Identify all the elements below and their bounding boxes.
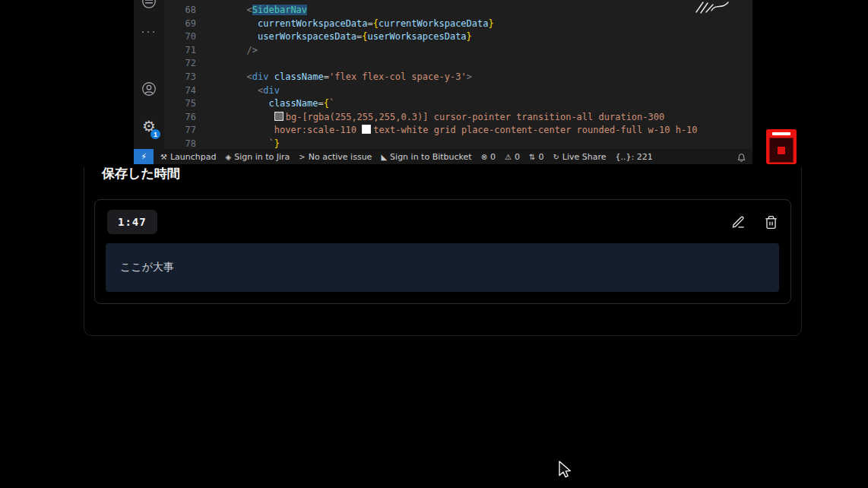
logo-square — [778, 147, 785, 154]
line-content — [196, 57, 208, 71]
launchpad-label: Launchpad — [170, 152, 217, 162]
code-line: 70 userWorkspacesData={userWorksapcesDat… — [164, 30, 752, 44]
ports-label: 0 — [538, 152, 543, 162]
line-number: 71 — [164, 44, 196, 58]
code-line: 68 <SidebarNav — [164, 4, 752, 17]
code-line: 78 `} — [164, 138, 752, 149]
saved-card-header: 1:47 — [95, 200, 790, 243]
logo-text-strip — [772, 132, 790, 135]
video-player-area: ··· ⚙ 1 68 <SidebarNav69 currentWorkspac… — [0, 0, 868, 167]
more-actions-icon: ··· — [134, 24, 164, 37]
warnings-label: 0 — [515, 152, 520, 162]
errors-label: 0 — [490, 152, 496, 162]
line-number: 76 — [164, 111, 196, 125]
code-line: 72 — [164, 57, 752, 71]
note-area[interactable]: ここが大事 — [106, 243, 779, 292]
errors-icon: ⊗ — [481, 153, 487, 161]
status-item-active-issue: >No active issue — [294, 149, 376, 164]
warnings-icon: ⚠ — [505, 153, 512, 161]
line-number: 73 — [164, 71, 196, 84]
card-actions — [731, 215, 778, 230]
bitbucket-signin-icon: ◣ — [381, 153, 387, 161]
live-share-label: Live Share — [562, 152, 607, 162]
line-content: /> — [196, 44, 258, 58]
trash-icon — [764, 215, 778, 230]
code-line: 71 /> — [164, 44, 752, 58]
line-content: <SidebarNav — [196, 4, 307, 17]
saved-times-title: 保存した時間 — [102, 165, 791, 182]
line-content: <div className='flex flex-col space-y-3'… — [196, 71, 472, 84]
code-editor: 68 <SidebarNav69 currentWorkspaceData={c… — [164, 0, 752, 149]
saved-times-panel: 保存した時間 1:47 ここが大事 — [84, 146, 802, 336]
status-item-bitbucket-signin: ◣Sign in to Bitbucket — [376, 149, 476, 164]
code-line: 74 <div — [164, 84, 752, 98]
line-content: className={` — [196, 97, 334, 111]
settings-badge: 1 — [150, 129, 160, 139]
logo-panel — [769, 138, 794, 163]
line-number: 70 — [164, 30, 196, 44]
line-content: bg-[rgba(255,255,255,0.3)] cursor-pointe… — [196, 111, 664, 125]
code-line: 75 className={` — [164, 97, 752, 111]
line-number: 74 — [164, 84, 196, 98]
code-lines: 68 <SidebarNav69 currentWorkspaceData={c… — [164, 4, 752, 149]
note-text: ここが大事 — [120, 261, 174, 274]
live-share-icon: ↻ — [553, 153, 559, 161]
line-number: 72 — [164, 57, 196, 71]
line-content: `} — [196, 138, 280, 149]
notifications-bell-icon — [737, 152, 746, 162]
launchpad-icon: ⚒ — [160, 153, 167, 161]
code-line: 73 <div className='flex flex-col space-y… — [164, 71, 752, 84]
color-swatch-icon — [362, 125, 371, 134]
line-content: currentWorkspaceData={currentWorkspaceDa… — [196, 17, 494, 31]
activity-bar: ··· ⚙ 1 — [134, 0, 164, 149]
status-item-selection-count: {..}: 221 — [610, 149, 657, 164]
status-item-errors: ⊗0 — [477, 149, 500, 164]
line-content: hover:scale-110 text-white grid place-co… — [196, 124, 698, 138]
status-item-warnings: ⚠0 — [500, 149, 524, 164]
channel-logo — [766, 129, 797, 164]
code-line: 77 hover:scale-110 text-white grid place… — [164, 124, 752, 138]
status-item-ports: ⇅0 — [524, 149, 548, 164]
pen-scribble-annotation — [692, 0, 732, 17]
vscode-editor-frame: ··· ⚙ 1 68 <SidebarNav69 currentWorkspac… — [134, 0, 752, 164]
bitbucket-signin-label: Sign in to Bitbucket — [390, 152, 472, 162]
line-number: 68 — [164, 4, 196, 17]
jira-signin-label: Sign in to Jira — [234, 152, 290, 162]
line-content: <div — [196, 84, 280, 98]
jira-signin-icon: ◈ — [226, 153, 232, 161]
selection-count-label: {..}: 221 — [615, 152, 652, 162]
status-item-live-share: ↻Live Share — [548, 149, 610, 164]
video-frame[interactable]: ··· ⚙ 1 68 <SidebarNav69 currentWorkspac… — [84, 0, 752, 164]
account-icon — [134, 81, 164, 97]
line-number: 75 — [164, 97, 196, 111]
mouse-cursor — [557, 460, 572, 480]
settings-gear-icon: ⚙ 1 — [134, 117, 164, 135]
timestamp-badge[interactable]: 1:47 — [107, 210, 157, 234]
ports-icon: ⇅ — [529, 153, 535, 161]
line-number: 78 — [164, 138, 196, 149]
status-bar: ⚡ ⚒Launchpad◈Sign in to Jira>No active i… — [134, 149, 752, 164]
active-issue-icon: > — [299, 153, 305, 161]
line-number: 69 — [164, 17, 196, 31]
code-line: 76 bg-[rgba(255,255,255,0.3)] cursor-poi… — [164, 111, 752, 125]
remote-indicator-icon: ⚡ — [134, 149, 154, 164]
edit-button[interactable] — [731, 215, 746, 230]
line-content: userWorkspacesData={userWorksapcesData} — [196, 30, 472, 44]
beaker-icon — [134, 0, 164, 9]
saved-time-card: 1:47 ここが大事 — [94, 199, 791, 304]
color-swatch-icon — [274, 112, 284, 121]
delete-button[interactable] — [764, 215, 778, 230]
pencil-icon — [731, 215, 746, 230]
line-number: 77 — [164, 124, 196, 138]
active-issue-label: No active issue — [309, 152, 372, 162]
code-line: 69 currentWorkspaceData={currentWorkspac… — [164, 17, 752, 31]
status-items: ⚒Launchpad◈Sign in to Jira>No active iss… — [156, 149, 657, 164]
status-item-launchpad: ⚒Launchpad — [156, 149, 221, 164]
status-item-jira-signin: ◈Sign in to Jira — [221, 149, 295, 164]
